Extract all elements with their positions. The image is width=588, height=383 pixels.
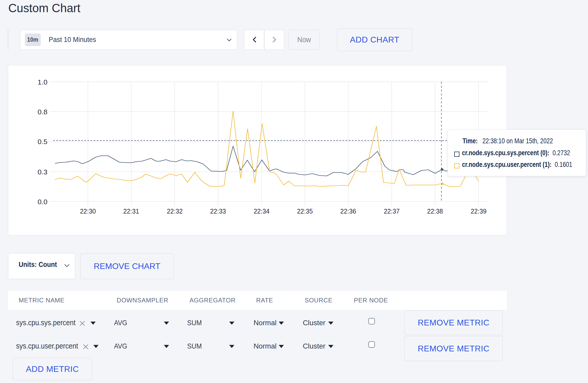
svg-text:22:39: 22:39 xyxy=(471,207,487,215)
svg-text:22:30: 22:30 xyxy=(80,207,96,215)
svg-text:22:38: 22:38 xyxy=(427,207,443,215)
svg-text:0.0: 0.0 xyxy=(38,198,47,206)
svg-text:22:32: 22:32 xyxy=(167,207,183,215)
svg-text:22:36: 22:36 xyxy=(340,207,356,215)
svg-text:0.8: 0.8 xyxy=(38,108,47,116)
svg-text:22:37: 22:37 xyxy=(384,207,400,215)
svg-text:0.3: 0.3 xyxy=(38,168,47,176)
svg-text:0.5: 0.5 xyxy=(38,138,47,146)
svg-text:22:33: 22:33 xyxy=(210,207,226,215)
svg-text:22:31: 22:31 xyxy=(123,207,139,215)
svg-text:1.0: 1.0 xyxy=(38,78,47,86)
svg-text:22:35: 22:35 xyxy=(297,207,313,215)
svg-text:22:34: 22:34 xyxy=(254,207,270,215)
